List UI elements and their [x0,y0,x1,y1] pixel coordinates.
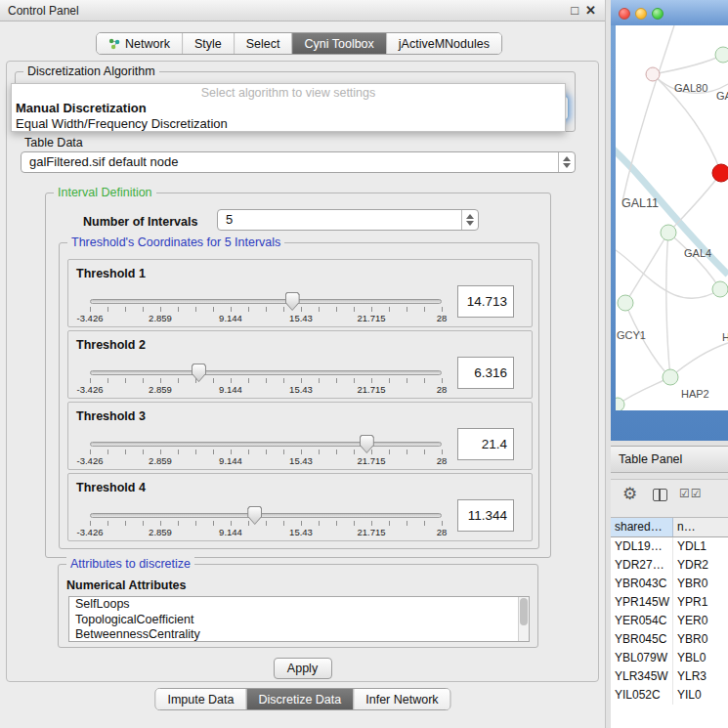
zoom-traffic-light-icon[interactable] [652,8,664,20]
thresholds-group: Threshold's Coordinates for 5 Intervals … [59,242,539,549]
table-data-combobox[interactable]: galFiltered.sif default node [21,151,576,173]
column-header-shared-name[interactable]: shared… [611,518,673,536]
cell-name[interactable]: YBR0 [673,575,728,593]
cell-name[interactable]: YDL1 [673,537,728,556]
bottom-tab-bar: Impute DataDiscretize DataInfer Network [154,688,450,710]
threshold-slider[interactable] [90,513,442,518]
cell-shared-name[interactable]: YLR345W [611,667,673,686]
cell-name[interactable]: YBL0 [673,649,728,667]
cell-name[interactable]: YDR2 [673,556,728,575]
group-title: Discretization Algorithm [23,64,159,78]
network-node[interactable] [616,398,624,410]
cell-shared-name[interactable]: YDR27… [611,556,673,575]
tab-label: Infer Network [365,693,438,707]
control-panel-titlebar: Control Panel □ ✕ [0,0,605,21]
network-icon [108,38,120,50]
threshold-panel: Threshold 3 -3.4262.8599.14415.4321.7152… [67,402,533,470]
control-panel-window: Control Panel □ ✕ NetworkStyleSelectCyni… [0,0,606,728]
threshold-slider[interactable] [90,370,442,375]
group-title: Threshold's Coordinates for 5 Intervals [67,236,284,249]
columns-icon[interactable] [653,489,667,501]
cell-shared-name[interactable]: YPR145W [611,593,673,612]
cell-shared-name[interactable]: YIL052C [611,686,673,705]
algorithm-option[interactable]: Manual Discretization [12,101,565,116]
cell-name[interactable]: YBR0 [673,630,728,649]
cell-name[interactable]: YLR3 [673,667,728,686]
table-row[interactable]: YPR145WYPR1 [611,593,728,612]
network-node[interactable] [618,295,633,311]
threshold-slider[interactable] [90,299,442,304]
network-node[interactable] [646,67,660,81]
tab-label: Style [194,37,222,51]
attribute-item[interactable]: TopologicalCoefficient [69,613,529,628]
tab-label: jActiveMNodules [399,37,490,51]
node-table-header: shared… n… [611,518,728,537]
table-row[interactable]: YIL052CYIL0 [611,686,728,705]
table-row[interactable]: YBR045CYBR0 [611,630,728,649]
tab-discretize-data[interactable]: Discretize Data [246,689,354,709]
close-icon[interactable]: ✕ [585,0,596,21]
threshold-slider[interactable] [90,442,442,447]
tab-network[interactable]: Network [97,33,182,54]
number-of-intervals-spinner[interactable]: 5 [217,209,479,231]
table-row[interactable]: YDL19…YDL1 [611,537,728,556]
cell-shared-name[interactable]: YBR045C [611,630,673,649]
network-node[interactable] [712,281,728,297]
column-header-name[interactable]: n… [673,518,728,536]
tab-select[interactable]: Select [234,33,292,54]
cell-shared-name[interactable]: YBR043C [611,575,673,593]
apply-button[interactable]: Apply [274,658,332,679]
gear-icon[interactable]: ⚙ [622,484,637,504]
network-node[interactable] [663,369,678,385]
tab-style[interactable]: Style [182,33,234,54]
cell-name[interactable]: YER0 [673,612,728,630]
minimize-traffic-light-icon[interactable] [635,8,647,20]
list-scrollbar[interactable] [518,597,529,641]
threshold-value-field[interactable]: 21.4 [457,428,514,460]
tab-impute-data[interactable]: Impute Data [155,689,245,709]
slider-ticks [90,521,442,526]
slider-tick-labels: -3.4262.8599.14415.4321.71528 [90,313,442,324]
tab-jactivemnodules[interactable]: jActiveMNodules [386,33,501,54]
cell-name[interactable]: YPR1 [673,593,728,612]
numerical-attributes-list[interactable]: SelfLoopsTopologicalCoefficientBetweenne… [68,596,530,642]
checked-box-icon[interactable]: ☑ [679,487,691,500]
cell-shared-name[interactable]: YBL079W [611,649,673,667]
table-row[interactable]: YBR043CYBR0 [611,575,728,593]
cell-shared-name[interactable]: YER054C [611,612,673,630]
algorithm-option[interactable]: Equal Width/Frequency Discretization [12,116,565,132]
combo-stepper-icon[interactable] [558,152,575,172]
checked-box-icon[interactable]: ☑ [691,487,703,500]
network-nodes [616,47,728,410]
threshold-label: Threshold 3 [76,409,146,423]
threshold-value-field[interactable]: 6.316 [457,357,514,389]
node-label: H [722,331,728,343]
network-node-selected[interactable] [712,164,728,182]
scrollbar-thumb[interactable] [520,598,528,625]
table-row[interactable]: YLR345WYLR3 [611,667,728,686]
tab-cyni-toolbox[interactable]: Cyni Toolbox [291,33,385,54]
cell-name[interactable]: YIL0 [673,686,728,705]
attribute-item[interactable]: BetweennessCentrality [69,627,529,642]
table-row[interactable]: YBL079WYBL0 [611,649,728,667]
tab-infer-network[interactable]: Infer Network [353,689,450,709]
threshold-value-field[interactable]: 14.713 [457,285,514,318]
float-window-icon[interactable]: □ [571,0,578,21]
attribute-item[interactable]: SelfLoops [69,597,529,613]
cell-shared-name[interactable]: YDL19… [611,537,673,556]
network-canvas[interactable]: GAL80 GA GAL11 GAL4 GCY1 H HAP2 [616,25,728,410]
cyni-toolbox-panel: Discretization Algorithm Select algorith… [6,61,599,682]
network-node[interactable] [715,47,728,63]
select-columns-icons[interactable]: ☑☑ [679,487,703,500]
slider-ticks [90,307,442,312]
screen: Control Panel □ ✕ NetworkStyleSelectCyni… [0,0,728,728]
spinner-stepper-icon[interactable] [461,210,478,230]
threshold-value-field[interactable]: 11.344 [457,499,514,532]
node-label: GAL4 [684,247,711,259]
node-label: HAP2 [681,388,709,400]
network-node[interactable] [661,225,676,240]
table-row[interactable]: YER054CYER0 [611,612,728,630]
close-traffic-light-icon[interactable] [619,8,630,20]
slider-tick-labels: -3.4262.8599.14415.4321.71528 [90,384,442,396]
table-row[interactable]: YDR27…YDR2 [611,556,728,575]
